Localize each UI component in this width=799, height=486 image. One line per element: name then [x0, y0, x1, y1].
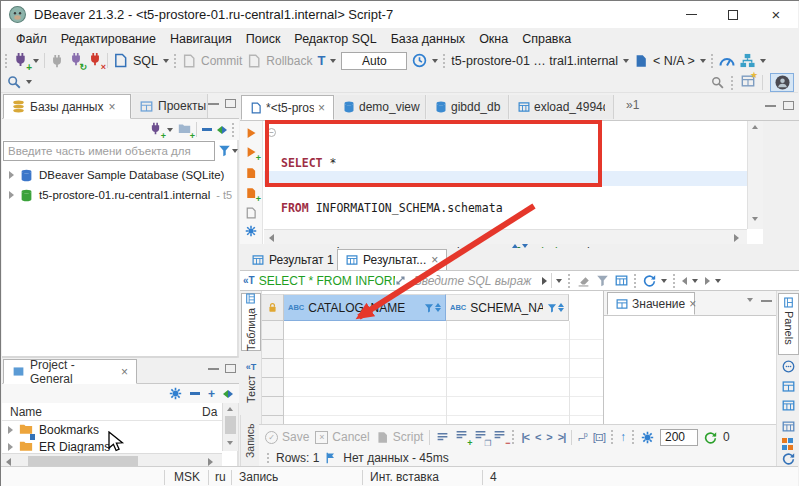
column-name-header[interactable]: Name — [10, 405, 42, 419]
connection-selector[interactable]: t5-prostore-01 … tral1.internal — [451, 54, 618, 68]
project-maximize-icon[interactable] — [225, 364, 236, 373]
tab-script-close-icon[interactable]: × — [318, 102, 325, 114]
tab-demo-view[interactable]: demo_view — [335, 95, 426, 119]
tab-project-general[interactable]: Project - General × — [3, 359, 137, 384]
tab-databases-close-icon[interactable]: × — [108, 101, 115, 113]
project-minimize-icon[interactable] — [208, 367, 219, 370]
filter-expand-icon[interactable] — [395, 275, 406, 286]
connect-icon[interactable] — [50, 54, 64, 68]
new-connection-icon[interactable]: + — [13, 52, 28, 70]
refresh-dropdown[interactable] — [661, 279, 667, 283]
dashboard-icon[interactable] — [719, 53, 735, 69]
new-connection-dropdown[interactable] — [33, 59, 39, 63]
rollback-button[interactable]: Rollback — [266, 54, 312, 68]
network-topology-icon[interactable] — [740, 53, 755, 68]
column-date-header[interactable]: Da — [202, 405, 217, 419]
tab-project-close-icon[interactable]: × — [121, 366, 128, 378]
collapse-all-icon[interactable] — [202, 128, 212, 131]
column-header-schema-name[interactable]: ABC SCHEMA_NAME — [446, 294, 569, 321]
fetch-page-icon[interactable]: ⌐p — [578, 431, 586, 444]
refresh-results-icon[interactable] — [643, 274, 656, 287]
sql-button[interactable]: SQL — [133, 54, 158, 68]
tools-dropdown[interactable] — [760, 59, 766, 63]
tab-result-2[interactable]: Результат... × — [337, 249, 447, 270]
scroll-thumb[interactable] — [28, 456, 138, 466]
autocommit-select[interactable]: Auto — [341, 52, 407, 70]
grouping-panel-icon[interactable] — [782, 437, 795, 450]
next-row-icon[interactable]: > — [546, 431, 551, 443]
execute-script-icon[interactable] — [245, 167, 257, 179]
quick-access-search-icon[interactable] — [711, 76, 724, 89]
project-expand-icon[interactable]: + — [208, 389, 215, 399]
open-perspective-icon[interactable]: ★ — [741, 74, 755, 91]
tx-log-clock-icon[interactable] — [412, 53, 427, 68]
transaction-mode-icon[interactable]: T — [317, 53, 325, 68]
tab-overflow-chevron[interactable]: »1 — [626, 98, 639, 112]
column-filter-sort-icon[interactable] — [424, 303, 441, 313]
tree-item-t5-prostore[interactable]: t5-prostore-01.ru-central1.internal - t5 — [2, 185, 239, 205]
menu-help[interactable]: Справка — [515, 32, 578, 46]
tab-value-close-icon[interactable]: × — [689, 298, 696, 310]
tab-value[interactable]: Значение × — [607, 292, 695, 315]
scroll-right-icon[interactable] — [734, 234, 739, 242]
schema-selector[interactable]: < N/A > — [653, 54, 695, 68]
scroll-left-icon[interactable] — [269, 234, 274, 242]
menu-edit[interactable]: Редактирование — [54, 32, 163, 46]
nav-forward-dropdown[interactable] — [715, 279, 721, 283]
grid-cells-area[interactable] — [284, 321, 603, 424]
project-item-bookmarks[interactable]: Bookmarks — [2, 421, 222, 439]
execute-new-tab-icon[interactable]: + — [245, 146, 257, 161]
clear-filter-eraser-icon[interactable] — [577, 274, 590, 287]
cancel-button[interactable]: × Cancel — [315, 430, 369, 444]
execute-statement-icon[interactable] — [245, 127, 257, 139]
filter-query-text[interactable]: SELECT * FROM INFORMATION_SCH — [259, 274, 395, 288]
rotate-panel-icon[interactable] — [782, 452, 795, 465]
export-icon[interactable]: ↑ — [620, 430, 626, 444]
editor-horizontal-scrollbar[interactable] — [264, 229, 747, 244]
editor-vertical-scrollbar[interactable] — [747, 121, 763, 229]
nav-new-connection-dropdown[interactable] — [167, 128, 173, 132]
scroll-thumb[interactable] — [225, 416, 236, 434]
auto-refresh-icon[interactable] — [704, 431, 717, 444]
expander-icon[interactable] — [9, 191, 14, 199]
tab-panels[interactable]: Panels — [778, 293, 799, 355]
search-icon[interactable] — [7, 75, 21, 89]
scroll-down-icon[interactable] — [227, 441, 233, 445]
menu-sql-editor[interactable]: Редактор SQL — [287, 32, 383, 46]
reconnect-icon[interactable]: ↻ — [69, 52, 83, 69]
disconnect-icon[interactable]: × — [88, 52, 102, 69]
navigator-filter-funnel-icon[interactable] — [218, 144, 231, 157]
filter-history-dropdown[interactable] — [556, 279, 562, 283]
editor-settings-gear-icon[interactable] — [245, 225, 257, 237]
metadata-panel-icon[interactable] — [782, 380, 795, 393]
project-link-icon[interactable] — [223, 390, 233, 398]
first-row-icon[interactable]: |< — [521, 431, 529, 443]
project-vertical-scrollbar[interactable] — [222, 403, 238, 451]
editor-maximize-icon[interactable] — [783, 101, 794, 110]
connection-dropdown[interactable] — [623, 59, 629, 63]
search-dropdown[interactable] — [26, 80, 32, 84]
tree-item-sample-db[interactable]: DBeaver Sample Database (SQLite) — [2, 165, 239, 185]
sql-dropdown[interactable] — [163, 59, 169, 63]
scroll-up-icon[interactable] — [752, 125, 758, 129]
column-header-catalog-name[interactable]: ABC CATALOG_NAME — [284, 294, 446, 321]
tab-result-1[interactable]: Результат 1 — [244, 250, 342, 270]
link-editor-icon[interactable] — [217, 126, 227, 134]
last-row-icon[interactable]: >| — [558, 431, 566, 443]
dbeaver-perspective-button[interactable] — [770, 73, 794, 92]
sql-editor-icon[interactable] — [113, 53, 128, 68]
menu-search[interactable]: Поиск — [239, 32, 288, 46]
explain-plan-icon[interactable] — [245, 207, 257, 219]
tab-gibdd-db[interactable]: gibdd_db — [427, 95, 509, 119]
value-viewer-icon[interactable] — [782, 360, 795, 373]
editor-minimize-icon[interactable] — [765, 104, 776, 107]
scroll-right-icon[interactable] — [208, 458, 213, 466]
fetch-all-icon[interactable]: [⊡] — [593, 431, 605, 444]
value-panel-minimize-icon[interactable] — [761, 299, 772, 302]
fold-collapse-icon[interactable]: − — [267, 128, 276, 137]
expander-icon[interactable] — [8, 443, 13, 451]
value-panel-menu-icon[interactable] — [747, 298, 753, 302]
script-button[interactable]: Script — [376, 430, 424, 444]
project-collapse-icon[interactable] — [190, 392, 200, 395]
navigator-filter-input[interactable]: Введите часть имени объекта для — [3, 141, 215, 161]
